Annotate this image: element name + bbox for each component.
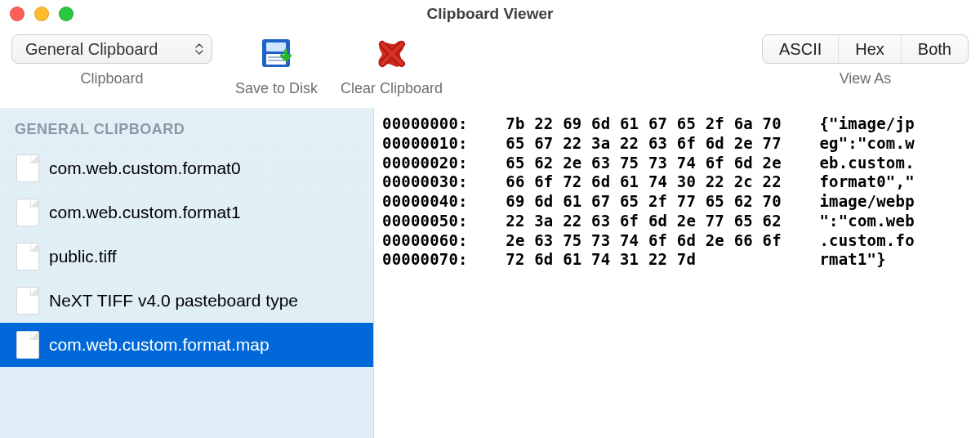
viewas-segmented: ASCII Hex Both [762,34,969,64]
toolbar: General Clipboard Clipboard Save [0,28,980,108]
list-item-label: com.web.custom.format1 [49,203,241,222]
list-item[interactable]: com.web.custom.format0 [0,146,373,190]
svg-rect-4 [268,60,284,61]
list-item[interactable]: com.web.custom.format.map [0,323,373,367]
seg-ascii[interactable]: ASCII [763,35,839,63]
window-title: Clipboard Viewer [0,5,980,23]
clipboard-label: Clipboard [80,70,143,87]
sidebar: GENERAL CLIPBOARD com.web.custom.format0… [0,108,374,438]
viewas-group: ASCII Hex Both View As [762,34,969,87]
hex-pane[interactable]: 00000000: 7b 22 69 6d 61 67 65 2f 6a 70 … [374,108,980,438]
window: Clipboard Viewer General Clipboard Clipb… [0,0,980,438]
x-red-icon [374,36,410,72]
titlebar: Clipboard Viewer [0,0,980,28]
viewas-label: View As [840,70,892,87]
file-icon [16,331,39,359]
chevron-updown-icon [195,43,203,55]
seg-both[interactable]: Both [902,35,968,63]
file-icon [16,154,39,182]
save-button[interactable] [257,34,296,74]
save-to-disk-group: Save to Disk [235,34,318,97]
clipboard-select-value: General Clipboard [25,40,158,59]
file-icon [16,287,39,315]
clipboard-picker-group: General Clipboard Clipboard [11,34,212,87]
content: GENERAL CLIPBOARD com.web.custom.format0… [0,108,980,438]
list-item[interactable]: com.web.custom.format1 [0,190,373,235]
sidebar-header: GENERAL CLIPBOARD [0,116,373,146]
list-item[interactable]: public.tiff [0,235,373,279]
svg-rect-1 [266,42,286,51]
floppy-save-icon [259,36,295,72]
list-item-label: NeXT TIFF v4.0 pasteboard type [49,291,298,311]
list-item-label: com.web.custom.format.map [49,335,270,355]
file-icon [16,199,39,226]
file-icon [16,243,39,270]
list-item-label: public.tiff [49,247,117,266]
list-item[interactable]: NeXT TIFF v4.0 pasteboard type [0,279,373,323]
clear-button[interactable] [372,34,412,74]
clipboard-select[interactable]: General Clipboard [11,34,212,64]
list-item-label: com.web.custom.format0 [49,159,241,178]
clear-clipboard-group: Clear Clipboard [341,34,443,97]
seg-hex[interactable]: Hex [839,35,902,63]
save-label: Save to Disk [235,80,318,97]
clear-label: Clear Clipboard [341,80,443,97]
